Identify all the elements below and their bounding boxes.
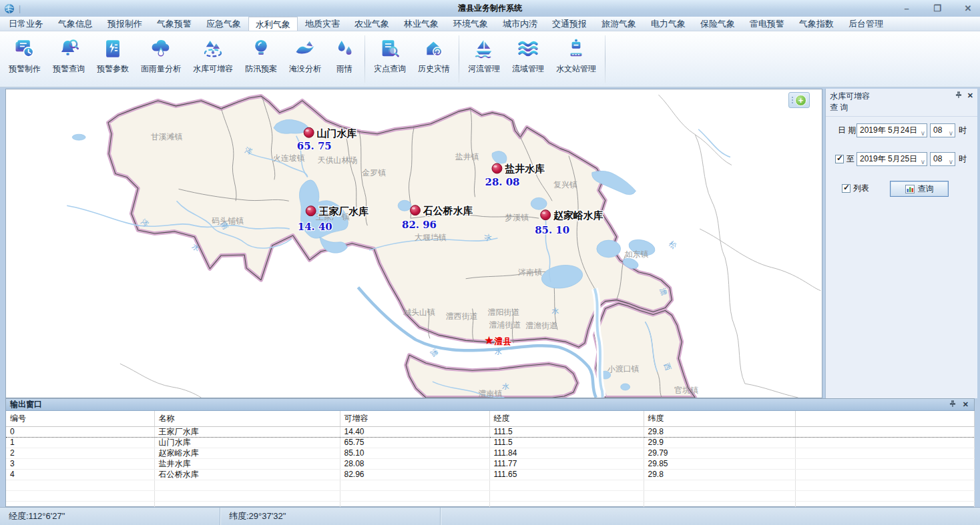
- toolbar-separator: [605, 35, 605, 83]
- town-label: 澧阳街道: [488, 308, 520, 317]
- date-from-combobox[interactable]: 2019年 5月24日∨: [856, 123, 927, 137]
- table-row[interactable]: 0王家厂水库14.40111.529.8: [6, 427, 974, 438]
- panel-close-icon[interactable]: ✕: [967, 91, 973, 100]
- zoom-in-button[interactable]: +: [795, 95, 806, 106]
- table-cell: 3: [6, 459, 154, 470]
- table-cell: 29.85: [644, 459, 795, 470]
- tab-预报制作[interactable]: 预报制作: [100, 17, 150, 31]
- town-label: 澧澹街道: [525, 321, 557, 330]
- toolbar-rain-info-button[interactable]: 雨情: [327, 31, 362, 87]
- toolbar: 预警制作预警查询预警参数面雨量分析水库可增容防汛预案淹没分析雨情灾点查询历史灾情…: [0, 31, 980, 87]
- table-cell: 盐井水库: [154, 459, 340, 470]
- toolbar-reservoir-capacity-button[interactable]: 水库可增容: [187, 31, 239, 87]
- column-header-经度[interactable]: 经度: [489, 411, 644, 427]
- pin-icon[interactable]: [955, 91, 962, 100]
- rain-analysis-icon: [150, 37, 172, 60]
- town-label: 如东镇: [625, 249, 649, 259]
- hour-from-combobox[interactable]: 08∨: [930, 123, 955, 137]
- tab-农业气象[interactable]: 农业气象: [347, 17, 397, 31]
- toolbar-basin-mgmt-button[interactable]: 流域管理: [506, 31, 550, 87]
- column-header-可增容[interactable]: 可增容: [340, 411, 489, 427]
- column-header-纬度[interactable]: 纬度: [644, 411, 795, 427]
- toolbar-label: 预警制作: [9, 63, 41, 75]
- output-window-title: 输出窗口: [10, 399, 42, 410]
- toolbar-label: 防汛预案: [245, 63, 277, 75]
- hour-suffix-label: 时: [959, 123, 967, 137]
- column-header-编号[interactable]: 编号: [6, 411, 154, 427]
- table-row[interactable]: 1山门水库65.75111.529.9: [6, 438, 974, 448]
- tab-林业气象[interactable]: 林业气象: [397, 17, 446, 31]
- minimize-button[interactable]: –: [900, 3, 913, 13]
- county-seat-star-icon: ★: [484, 334, 494, 347]
- output-close-icon[interactable]: ✕: [963, 400, 969, 410]
- tab-后台管理[interactable]: 后台管理: [841, 17, 891, 31]
- tab-地质灾害[interactable]: 地质灾害: [298, 17, 347, 31]
- toolbar-history-disaster-button[interactable]: 历史灾情: [412, 31, 456, 87]
- tab-气象指数[interactable]: 气象指数: [792, 17, 841, 31]
- hour-to-combobox[interactable]: 08∨: [930, 152, 955, 166]
- window-titlebar: | 澧县业务制作系统 – ❐ ✕: [0, 0, 980, 17]
- tab-城市内涝[interactable]: 城市内涝: [495, 17, 545, 31]
- toolbar-label: 水文站管理: [556, 63, 596, 75]
- tab-环境气象[interactable]: 环境气象: [446, 17, 495, 31]
- reservoir-name-label: 石公桥水库: [423, 205, 473, 217]
- table-row[interactable]: 4石公桥水库82.96111.6529.8: [6, 470, 974, 480]
- tab-雷电预警[interactable]: 雷电预警: [742, 17, 792, 31]
- tab-保险气象[interactable]: 保险气象: [693, 17, 742, 31]
- table-cell: 石公桥水库: [154, 470, 340, 480]
- tab-日常业务[interactable]: 日常业务: [1, 17, 51, 31]
- table-cell: 王家厂水库: [154, 427, 340, 438]
- query-button[interactable]: 查询: [890, 181, 949, 197]
- table-cell: 111.5: [489, 427, 644, 438]
- toolbar-label: 预警查询: [53, 63, 85, 75]
- tab-水利气象[interactable]: 水利气象: [248, 17, 298, 31]
- toolbar-hydro-station-button[interactable]: 水文站管理: [550, 31, 602, 87]
- tab-应急气象[interactable]: 应急气象: [199, 17, 248, 31]
- toolbar-rain-analysis-button[interactable]: 面雨量分析: [135, 31, 187, 87]
- toolbar-label: 雨情: [336, 63, 352, 75]
- date-to-combobox[interactable]: 2019年 5月25日∨: [856, 152, 927, 166]
- tab-气象信息[interactable]: 气象信息: [51, 17, 100, 31]
- to-date-checkbox[interactable]: [835, 155, 844, 163]
- reservoir-value-label: 82. 96: [402, 219, 437, 231]
- toolbar-alert-query-button[interactable]: 预警查询: [47, 31, 91, 87]
- town-label: 澧南镇: [479, 389, 503, 398]
- reservoir-name-label: 盐井水库: [504, 163, 545, 175]
- menu-bar: 日常业务气象信息预报制作气象预警应急气象水利气象地质灾害农业气象林业气象环境气象…: [0, 17, 980, 31]
- river-name-label: 水: [495, 348, 502, 356]
- town-label: 小渡口镇: [607, 364, 640, 374]
- toolbar-label: 水库可增容: [193, 63, 233, 75]
- chevron-down-icon: ∨: [921, 127, 925, 139]
- toolbar-submerge-analysis-button[interactable]: 淹没分析: [283, 31, 327, 87]
- table-row[interactable]: 2赵家峪水库85.10111.8429.79: [6, 448, 974, 459]
- toolbar-river-mgmt-button[interactable]: 河流管理: [462, 31, 506, 87]
- reservoir-name-label: 赵家峪水库: [553, 209, 603, 221]
- tab-电力气象[interactable]: 电力气象: [644, 17, 693, 31]
- tab-交通预报[interactable]: 交通预报: [545, 17, 594, 31]
- hour-suffix-label: 时: [959, 152, 967, 166]
- town-label: 澧浦街道: [489, 320, 521, 330]
- tab-旅游气象[interactable]: 旅游气象: [594, 17, 644, 31]
- toolbar-separator: [459, 35, 459, 83]
- output-table-header: 编号名称可增容经度纬度: [6, 411, 974, 427]
- list-checkbox[interactable]: [842, 184, 850, 193]
- column-header-名称[interactable]: 名称: [154, 411, 340, 427]
- river-name-label: 水: [552, 307, 559, 315]
- toolbar-flood-plan-button[interactable]: 防汛预案: [239, 31, 283, 87]
- close-button[interactable]: ✕: [961, 3, 975, 13]
- town-label: 城头山镇: [403, 308, 435, 317]
- toolbar-alert-params-button[interactable]: 预警参数: [91, 31, 135, 87]
- submerge-analysis-icon: [294, 37, 316, 60]
- table-row[interactable]: 3盐井水库28.08111.7729.85: [6, 459, 974, 470]
- toolbar-disaster-query-button[interactable]: 灾点查询: [368, 31, 412, 87]
- map-canvas[interactable]: 甘溪滩镇火连坡镇天供山林场金罗镇盐井镇复兴镇码头铺镇王家厂 镇梦溪镇大堰垱镇涔南…: [5, 89, 822, 398]
- maximize-button[interactable]: ❐: [931, 3, 944, 13]
- chevron-down-icon: ∨: [949, 127, 953, 139]
- toolbar-alert-make-button[interactable]: 预警制作: [3, 31, 47, 87]
- list-label: 列表: [853, 181, 869, 195]
- reservoir-name-label: 山门水库: [317, 127, 357, 139]
- tab-气象预警[interactable]: 气象预警: [150, 17, 199, 31]
- pin-icon[interactable]: [949, 400, 956, 410]
- table-cell: 29.9: [644, 438, 795, 448]
- reservoir-name-label: 王家厂水库: [318, 205, 369, 217]
